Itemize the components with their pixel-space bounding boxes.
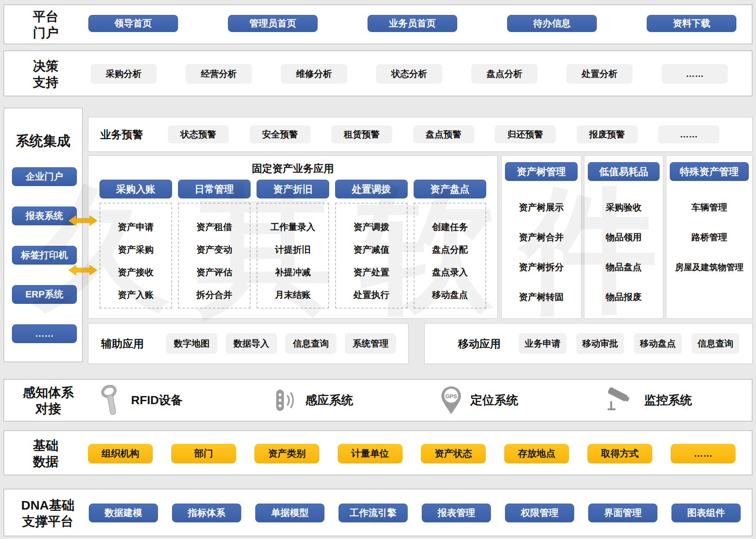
module-item: 处置执行 (336, 283, 407, 306)
basedata-button-more[interactable]: …… (671, 444, 736, 463)
dna-button-ui-management[interactable]: 界面管理 (588, 504, 657, 522)
mobile-button-mobile-approval[interactable]: 移动审批 (576, 333, 624, 354)
warning-button-lease[interactable]: 租赁预警 (331, 125, 392, 143)
column-header-asset-inventory[interactable]: 资产盘点 (414, 180, 486, 198)
sidebar-button-label-printer[interactable]: 标签打印机 (12, 246, 77, 265)
warning-button-inventory[interactable]: 盘点预警 (413, 125, 474, 143)
dna-button-report-management[interactable]: 报表管理 (422, 504, 491, 522)
sensing-item-label: RFID设备 (131, 392, 183, 408)
column-header-purchase-entry[interactable]: 采购入账 (99, 180, 172, 198)
basedata-button-department[interactable]: 部门 (171, 444, 236, 463)
panel-header-special-asset[interactable]: 特殊资产管理 (670, 162, 749, 181)
decision-button-repair-analysis[interactable]: 维修分析 (281, 64, 347, 84)
band-base-data: 基础 数据 组织机构 部门 资产类别 计量单位 资产状态 存放地点 取得方式 …… (3, 430, 753, 475)
business-warning-row: 业务预警 状态预警 安全预警 租赁预警 盘点预警 归还预警 报废预警 …… (100, 117, 741, 152)
column-header-asset-depreciation[interactable]: 资产折旧 (257, 180, 329, 198)
module-item: 盘点分配 (414, 238, 485, 261)
dna-button-chart-component[interactable]: 图表组件 (671, 504, 741, 522)
module-item: 资产采购 (100, 238, 171, 261)
rfid-scanner-icon (100, 385, 123, 416)
mobile-application-box: 移动应用 业务申请 移动审批 移动盘点 信息查询 (424, 323, 753, 364)
band-decision-support: 决策 支持 采购分析 经营分析 维修分析 状态分析 盘点分析 处置分析 …… (3, 50, 753, 96)
aux-button-data-import[interactable]: 数据导入 (226, 333, 277, 354)
column-header-disposal-transfer[interactable]: 处置调拨 (335, 180, 408, 198)
system-integration-title: 系统集成 (4, 132, 82, 151)
decision-buttons-row: 采购分析 经营分析 维修分析 状态分析 盘点分析 处置分析 …… (90, 64, 728, 84)
module-item: 资产树拆分 (502, 252, 581, 282)
sensing-item-rfid: RFID设备 (100, 385, 183, 416)
module-item: 资产申请 (100, 216, 171, 238)
module-item: 车辆管理 (666, 192, 752, 222)
panel-items-low-value-consumables: 采购验收 物品领用 物品盘点 物品报废 (584, 192, 663, 312)
module-item: 拆分合并 (179, 283, 250, 306)
decision-button-purchase-analysis[interactable]: 采购分析 (90, 64, 157, 84)
dna-button-permission-management[interactable]: 权限管理 (505, 504, 574, 522)
basedata-button-storage-location[interactable]: 存放地点 (504, 444, 569, 463)
mobile-button-info-query[interactable]: 信息查询 (692, 333, 739, 354)
portal-button-leader-home[interactable]: 领导首页 (88, 15, 178, 32)
column-items-asset-depreciation: 工作量录入 计提折旧 补提冲减 月末结账 (257, 203, 329, 309)
mobile-button-business-apply[interactable]: 业务申请 (519, 333, 566, 354)
decision-button-operation-analysis[interactable]: 经营分析 (186, 64, 252, 84)
double-arrow-icon (68, 265, 97, 276)
decision-button-inventory-analysis[interactable]: 盘点分析 (471, 64, 537, 84)
aux-button-system-management[interactable]: 系统管理 (345, 333, 396, 354)
module-item: 计提折旧 (257, 238, 328, 261)
panel-low-value-consumables: 低值易耗品 采购验收 物品领用 物品盘点 物品报废 (584, 155, 663, 319)
warning-button-safety[interactable]: 安全预警 (250, 125, 311, 143)
module-item: 资产接收 (100, 261, 171, 283)
gps-pin-icon: GPS (441, 386, 462, 415)
aux-button-info-query[interactable]: 信息查询 (285, 333, 336, 354)
sensing-item-label: 定位系统 (470, 392, 518, 408)
decision-button-more[interactable]: …… (662, 64, 728, 84)
portal-button-admin-home[interactable]: 管理员首页 (228, 15, 318, 32)
warning-button-status[interactable]: 状态预警 (168, 125, 229, 143)
warning-button-more[interactable]: …… (658, 125, 719, 143)
mobile-button-mobile-inventory[interactable]: 移动盘点 (634, 333, 682, 354)
warning-button-return[interactable]: 归还预警 (495, 125, 556, 143)
sidebar-button-erp-system[interactable]: ERP系统 (12, 285, 77, 304)
aux-button-digital-map[interactable]: 数字地图 (166, 333, 217, 354)
panel-header-asset-tree[interactable]: 资产树管理 (505, 162, 578, 181)
basedata-button-organization[interactable]: 组织机构 (88, 444, 153, 463)
column-header-daily-management[interactable]: 日常管理 (178, 180, 251, 198)
module-item: 物品领用 (584, 222, 663, 252)
module-item: 工作量录入 (257, 216, 328, 238)
portal-button-todo-info[interactable]: 待办信息 (507, 15, 597, 32)
double-arrow-icon (68, 215, 97, 226)
dna-button-data-modeling[interactable]: 数据建模 (89, 504, 158, 522)
dna-button-indicator-system[interactable]: 指标体系 (172, 504, 241, 522)
panel-header-low-value-consumables[interactable]: 低值易耗品 (588, 162, 660, 181)
warning-button-scrap[interactable]: 报废预警 (577, 125, 638, 143)
sidebar-button-report-system[interactable]: 报表系统 (12, 207, 77, 225)
module-item: 月末结账 (257, 283, 328, 306)
basedata-button-asset-category[interactable]: 资产类别 (254, 444, 319, 463)
module-item: 物品报废 (584, 282, 663, 312)
decision-button-disposal-analysis[interactable]: 处置分析 (566, 64, 633, 84)
basedata-button-measure-unit[interactable]: 计量单位 (338, 444, 403, 463)
basedata-button-acquisition-method[interactable]: 取得方式 (587, 444, 652, 463)
sidebar-button-enterprise-portal[interactable]: 企业门户 (12, 167, 77, 186)
band-sensing-system: 感知体系 对接 RFID设备 感应系统 (3, 379, 753, 422)
portal-button-clerk-home[interactable]: 业务员首页 (368, 15, 457, 32)
column-purchase-entry: 采购入账 资产申请 资产采购 资产接收 资产入账 (99, 180, 172, 309)
basedata-button-asset-status[interactable]: 资产状态 (421, 444, 486, 463)
auxiliary-label: 辅助应用 (101, 337, 159, 351)
portal-button-download[interactable]: 资料下载 (647, 15, 736, 32)
panel-items-special-asset: 车辆管理 路桥管理 房屋及建筑物管理 (666, 192, 752, 282)
sidebar-button-more[interactable]: …… (12, 324, 77, 343)
module-item: 房屋及建筑物管理 (666, 252, 752, 282)
sensing-item-label: 监控系统 (644, 392, 692, 408)
band-sensing-title: 感知体系 对接 (12, 385, 85, 417)
auxiliary-buttons: 数字地图 数据导入 信息查询 系统管理 (159, 333, 396, 354)
dna-button-workflow-engine[interactable]: 工作流引擎 (339, 504, 408, 522)
decision-button-status-analysis[interactable]: 状态分析 (376, 64, 442, 84)
band-platform-portal-title: 平台 门户 (14, 9, 78, 40)
band-dna-platform: DNA基础 支撑平台 数据建模 指标体系 单据模型 工作流引擎 报表管理 权限管… (3, 489, 753, 536)
fixed-asset-application-title: 固定资产业务应用 (88, 162, 497, 175)
module-item: 资产调拨 (336, 216, 407, 238)
dna-button-document-model[interactable]: 单据模型 (255, 504, 324, 522)
band-platform-portal: 平台 门户 领导首页 管理员首页 业务员首页 待办信息 资料下载 (3, 4, 753, 44)
warning-buttons: 状态预警 安全预警 租赁预警 盘点预警 归还预警 报废预警 …… (157, 125, 741, 143)
fixed-asset-columns: 采购入账 资产申请 资产采购 资产接收 资产入账 日常管理 资产租借 资产变动 … (99, 180, 486, 309)
